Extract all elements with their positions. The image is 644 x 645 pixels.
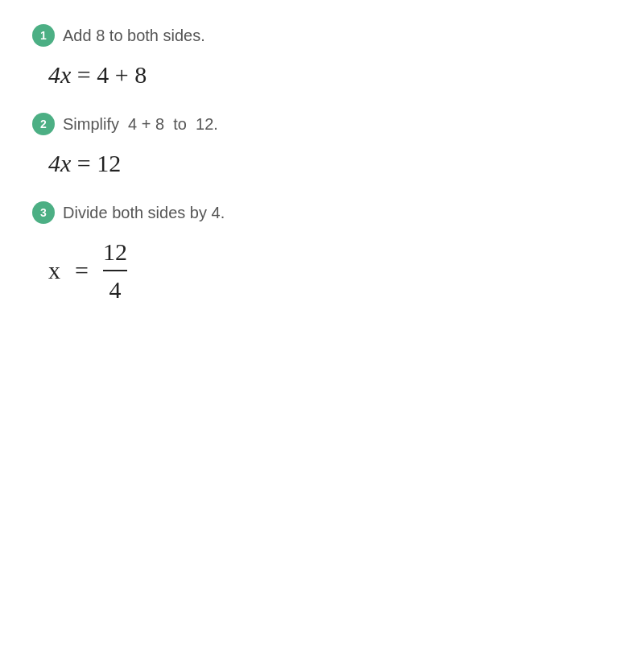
step-1-description: Add 8 to both sides. [63,27,205,45]
step-3-eq-var: x [48,257,60,284]
step-2-header: 2 Simplify 4 + 8 to 12. [32,113,612,135]
step-1-header: 1 Add 8 to both sides. [32,24,612,47]
step-2-eq-var: 4x [48,150,71,176]
step-3-eq-equals: = [75,257,89,284]
fraction-numerator: 12 [103,238,127,268]
step-3-description: Divide both sides by 4. [63,204,225,222]
step-2-equation: 4x = 12 [48,150,612,177]
step-3: 3 Divide both sides by 4. x = 12 4 [32,201,612,303]
fraction-line [103,270,127,271]
step-1-eq-var: 4x [48,61,71,88]
fraction-denominator: 4 [109,273,121,303]
step-3-eq-fraction: 12 4 [103,238,127,303]
step-2-badge: 2 [32,113,55,135]
step-3-header: 3 Divide both sides by 4. [32,201,612,224]
step-1-equation: 4x = 4 + 8 [48,61,612,89]
step-1-badge: 1 [32,24,55,47]
step-3-equation: x = 12 4 [48,238,612,303]
step-1-eq-equals: = 4 + 8 [77,61,147,88]
step-3-badge: 3 [32,201,55,224]
step-2: 2 Simplify 4 + 8 to 12. 4x = 12 [32,113,612,177]
step-1: 1 Add 8 to both sides. 4x = 4 + 8 [32,24,612,89]
step-2-eq-rest: = 12 [77,150,121,176]
step-2-description: Simplify 4 + 8 to 12. [63,115,218,134]
